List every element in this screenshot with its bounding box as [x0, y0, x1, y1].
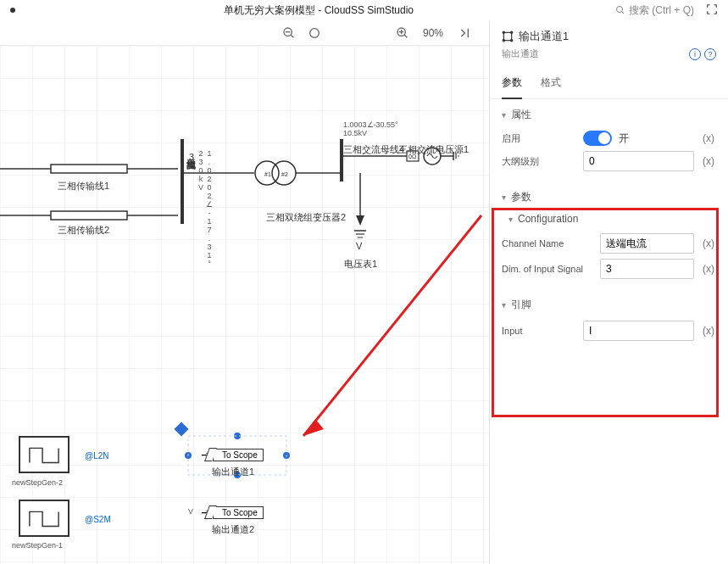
zoom-out-icon[interactable]	[282, 26, 296, 40]
info-icon[interactable]: i	[689, 48, 701, 60]
properties-panel: 输出通道1 输出通道 i ? 参数 格式 ▾属性 启用 开 (x) 大纲级别 (…	[489, 20, 728, 564]
component-icon	[502, 31, 514, 42]
reset-dim[interactable]: (x)	[701, 263, 716, 275]
svg-line-1	[622, 12, 625, 14]
block-stepgen-1[interactable]	[19, 500, 69, 537]
block-stepgen-2[interactable]	[19, 436, 69, 473]
input-outline[interactable]	[583, 151, 694, 171]
reset-outline[interactable]: (x)	[701, 155, 716, 167]
label-v: V	[356, 241, 362, 251]
tab-params[interactable]: 参数	[502, 69, 522, 98]
panel-title: 输出通道1	[519, 29, 569, 44]
help-icon[interactable]: ?	[704, 48, 716, 60]
label-v2: V	[188, 507, 193, 516]
panel-subtitle: 输出通道	[502, 47, 539, 60]
label-bus3: 三相交流母线3	[185, 152, 197, 162]
toggle-state: 开	[619, 131, 629, 146]
reset-enable[interactable]: (x)	[701, 132, 716, 144]
chevron-down-icon: ▾	[508, 215, 513, 224]
label-step1: newStepGen-1	[12, 541, 63, 550]
label-bus4: 三相交流母线4	[343, 143, 404, 156]
svg-point-47	[503, 31, 504, 33]
block-output1[interactable]: ⇥ To Scope	[201, 444, 269, 465]
input-dim[interactable]	[600, 259, 694, 279]
search-icon	[615, 5, 625, 15]
port-s2m: @S2M	[85, 515, 111, 524]
unsaved-dot	[10, 8, 15, 13]
svg-point-0	[617, 7, 623, 13]
label-out2: 输出通道2	[212, 523, 254, 536]
label-bus4-meas: 1.0003∠-30.55° 10.5kV	[343, 120, 398, 137]
label-step2: newStepGen-2	[12, 478, 63, 487]
label-out1: 输出通道1	[212, 466, 254, 478]
canvas-grid[interactable]	[0, 46, 489, 564]
block-output2[interactable]: ⇥ To Scope	[201, 502, 269, 522]
app-title: 单机无穷大案例模型 - CloudSS SimStudio	[22, 3, 615, 18]
section-params[interactable]: ▾参数	[502, 190, 716, 204]
svg-line-9	[404, 35, 407, 37]
chevron-down-icon: ▾	[502, 193, 506, 202]
scope-tag: To Scope	[213, 449, 264, 461]
svg-point-5	[310, 28, 320, 37]
input-pin[interactable]	[583, 321, 694, 341]
label-dim: Dim. of Input Signal	[502, 264, 593, 274]
label-source: 三相交流电压源1	[398, 143, 469, 156]
svg-point-48	[511, 31, 513, 33]
search-box[interactable]: 搜索 (Ctrl + Q)	[615, 3, 694, 18]
tab-format[interactable]: 格式	[541, 69, 561, 98]
zoom-in-icon[interactable]	[396, 26, 409, 40]
chevron-down-icon: ▾	[502, 300, 506, 310]
port-l2n: @L2N	[85, 451, 109, 461]
toggle-enable[interactable]	[583, 131, 612, 146]
label-outline: 大纲级别	[502, 155, 576, 168]
reset-input-pin[interactable]: (x)	[701, 325, 716, 337]
svg-point-50	[511, 40, 513, 42]
scope-tag: To Scope	[213, 506, 264, 519]
label-vmeter: 电压表1	[344, 258, 377, 271]
label-txline2: 三相传输线2	[58, 224, 109, 237]
label-input-pin: Input	[502, 326, 576, 336]
label-xfmr: 三相双绕组变压器2	[266, 211, 346, 224]
section-attrs[interactable]: ▾属性	[502, 108, 716, 122]
zoom-reset-icon[interactable]	[308, 26, 321, 40]
fullscreen-icon[interactable]	[706, 3, 718, 18]
label-bus3-meas: 1.0202∠-17.31° 230kV	[197, 149, 214, 268]
reset-chname[interactable]: (x)	[701, 237, 716, 249]
input-chname[interactable]	[600, 233, 694, 254]
section-pins[interactable]: ▾引脚	[502, 298, 716, 312]
svg-point-49	[503, 40, 504, 42]
section-config[interactable]: ▾Configuration	[508, 213, 716, 225]
label-chname: Channel Name	[502, 238, 593, 248]
svg-line-4	[291, 35, 293, 37]
label-txline1: 三相传输线1	[58, 180, 109, 193]
chevron-down-icon: ▾	[502, 110, 506, 120]
svg-rect-46	[503, 32, 511, 40]
collapse-panel-icon[interactable]	[457, 26, 470, 40]
zoom-value: 90%	[423, 27, 443, 39]
label-enable: 启用	[502, 132, 576, 145]
